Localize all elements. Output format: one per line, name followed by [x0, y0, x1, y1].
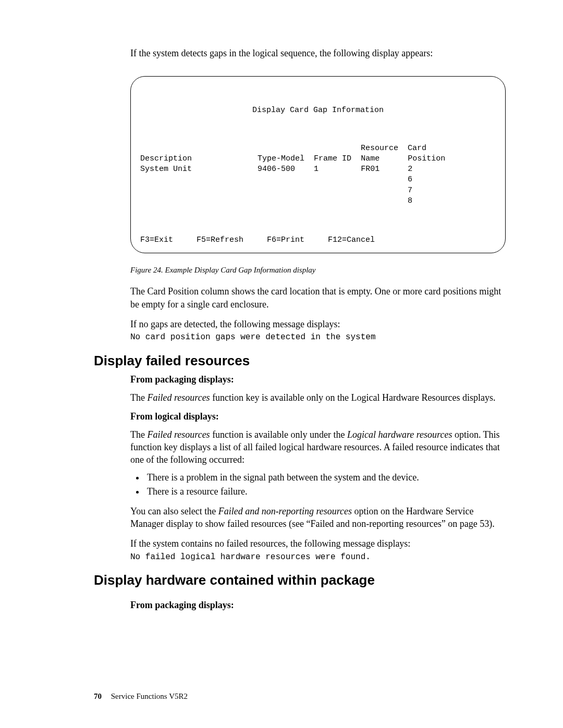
subheading-from-packaging-1: From packaging displays: [130, 374, 506, 385]
no-failed-message: No failed logical hardware resources wer… [130, 551, 506, 563]
page-number: 70 [94, 692, 102, 700]
fkey-f12: F12=Cancel [328, 236, 375, 244]
no-gaps-message: No card position gaps were detected in t… [130, 331, 506, 343]
failed-resources-term-1: Failed resources [147, 392, 210, 403]
panel-fkeys: F3=Exit F5=Refresh F6=Print F12=Cancel [140, 235, 496, 245]
logical-hardware-resources-term: Logical hardware resources [347, 429, 452, 440]
panel-title: Display Card Gap Information [140, 105, 496, 116]
col-card-a: Card [408, 144, 426, 153]
fkey-f6: F6=Print [267, 236, 304, 244]
figure-caption: Figure 24. Example Display Card Gap Info… [130, 266, 506, 275]
failed-resources-packaging-paragraph: The Failed resources function key is ava… [130, 391, 506, 404]
failed-nonreporting-paragraph: You can also select the Failed and non-r… [130, 505, 506, 530]
col-frame-id: Frame ID [314, 154, 351, 163]
row-pos-1: 6 [408, 175, 412, 184]
page-footer: 70 Service Functions V5R2 [94, 692, 188, 701]
page: If the system detects gaps in the logica… [0, 0, 563, 648]
failed-resources-logical-paragraph: The Failed resources function is availab… [130, 428, 506, 466]
panel-body: Resource Card Description Type-Model Fra… [140, 143, 496, 207]
row-description: System Unit [140, 165, 192, 174]
row-pos-2: 7 [408, 186, 412, 195]
fkey-f5: F5=Refresh [197, 236, 243, 244]
row-frame-id: 1 [314, 165, 319, 174]
col-description: Description [140, 154, 192, 163]
footer-title: Service Functions V5R2 [111, 692, 188, 700]
failed-causes-list: There is a problem in the signal path be… [130, 471, 506, 499]
row-pos-3: 8 [408, 196, 412, 205]
col-card-b: Position [408, 154, 445, 163]
card-position-paragraph: The Card Position column shows the card … [130, 285, 506, 311]
list-item: There is a resource failure. [145, 485, 506, 499]
no-gaps-lead: If no gaps are detected, the following m… [130, 318, 506, 330]
heading-display-failed-resources: Display failed resources [94, 353, 506, 369]
list-item: There is a problem in the signal path be… [145, 471, 506, 485]
intro-paragraph: If the system detects gaps in the logica… [130, 47, 506, 59]
no-failed-lead: If the system contains no failed resourc… [130, 537, 506, 550]
failed-resources-term-2: Failed resources [147, 429, 210, 440]
col-resource-a: Resource [361, 144, 398, 153]
terminal-panel: Display Card Gap Information Resource Ca… [130, 76, 506, 253]
subheading-from-logical: From logical displays: [130, 411, 506, 422]
fkey-f3: F3=Exit [140, 236, 173, 244]
row-resource-name: FR01 [361, 165, 380, 174]
row-type-model: 9406-500 [258, 165, 295, 174]
subheading-from-packaging-2: From packaging displays: [130, 600, 506, 611]
col-type-model: Type-Model [258, 154, 304, 163]
heading-display-hardware-contained: Display hardware contained within packag… [94, 572, 506, 588]
failed-nonreporting-term: Failed and non-reporting resources [218, 506, 352, 516]
terminal-figure: Display Card Gap Information Resource Ca… [130, 76, 506, 253]
row-pos-0: 2 [408, 165, 412, 174]
col-resource-b: Name [361, 154, 380, 163]
